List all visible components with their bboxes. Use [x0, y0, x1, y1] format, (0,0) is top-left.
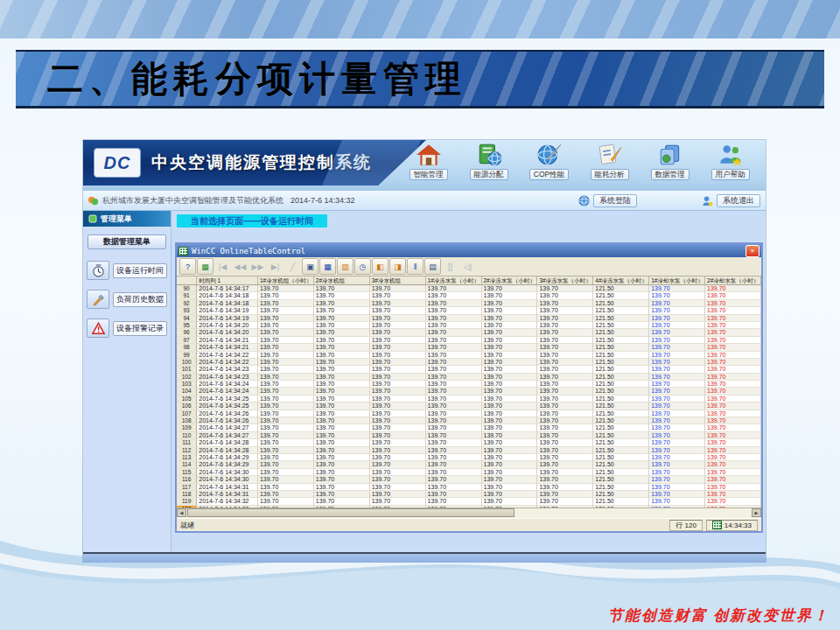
- table-row[interactable]: 1092014-7-6 14:34:27139.70139.70139.7013…: [177, 424, 761, 431]
- value-cell: 139.70: [258, 424, 314, 431]
- value-cell: 139.70: [482, 491, 538, 498]
- nav-energy-allocation[interactable]: 能源分配: [458, 143, 519, 180]
- table-row[interactable]: 982014-7-6 14:34:21139.70139.70139.70139…: [177, 344, 761, 351]
- value-cell: 139.70: [705, 432, 761, 439]
- app-footer: [83, 552, 766, 563]
- column-header[interactable]: 1#冷水机组（小时）: [258, 276, 314, 285]
- value-cell: 139.70: [649, 337, 705, 344]
- table-row[interactable]: 1122014-7-6 14:34:28139.70139.70139.7013…: [177, 447, 761, 454]
- timestamp-cell: 2014-7-6 14:34:30: [197, 469, 258, 476]
- print-icon[interactable]: ▤: [424, 258, 441, 275]
- table-row[interactable]: 1192014-7-6 14:34:32139.70139.70139.7013…: [177, 498, 761, 505]
- value-cell: 139.70: [482, 329, 538, 336]
- timestamp-cell: 2014-7-6 14:34:31: [197, 491, 258, 498]
- value-cell: 139.70: [314, 439, 370, 446]
- table-row[interactable]: 912014-7-6 14:34:18139.70139.70139.70139…: [177, 292, 761, 299]
- nav-data-management[interactable]: 数据管理: [640, 143, 700, 180]
- table-row[interactable]: 972014-7-6 14:34:21139.70139.70139.70139…: [177, 337, 761, 344]
- table-row[interactable]: 1012014-7-6 14:34:23139.70139.70139.7013…: [177, 366, 761, 373]
- value-cell: 139.70: [482, 344, 538, 351]
- table-row[interactable]: 962014-7-6 14:34:20139.70139.70139.70139…: [177, 329, 761, 336]
- nav-energy-analysis[interactable]: 能耗分析: [579, 143, 640, 180]
- value-cell: 139.70: [649, 359, 705, 366]
- table-row[interactable]: 1182014-7-6 14:34:31139.70139.70139.7013…: [177, 491, 761, 498]
- sidebar-header-label: 管理菜单: [101, 214, 132, 225]
- column-header[interactable]: 3#冷水机组: [370, 276, 426, 285]
- table-row[interactable]: 1172014-7-6 14:34:31139.70139.70139.7013…: [177, 484, 761, 491]
- logout-button[interactable]: 系统退出: [717, 194, 760, 207]
- table-row[interactable]: 1002014-7-6 14:34:22139.70139.70139.7013…: [177, 359, 761, 366]
- value-cell: 139.70: [258, 352, 314, 359]
- column-header[interactable]: 1#冷却水泵（小时）: [649, 276, 705, 285]
- table-row[interactable]: 952014-7-6 14:34:20139.70139.70139.70139…: [177, 322, 761, 329]
- close-icon[interactable]: ✕: [746, 245, 760, 257]
- value-cell: 139.70: [370, 447, 426, 454]
- table-row[interactable]: 1052014-7-6 14:34:25139.70139.70139.7013…: [177, 396, 761, 402]
- row-number: 104: [177, 388, 197, 395]
- value-cell: 139.70: [705, 454, 761, 461]
- column-header[interactable]: 2#冷冻水泵（小时）: [482, 276, 538, 285]
- export-in-icon[interactable]: ◧: [372, 258, 388, 275]
- value-cell: 139.70: [649, 381, 705, 388]
- login-button[interactable]: 系统登陆: [593, 194, 637, 207]
- table-row[interactable]: 932014-7-6 14:34:19139.70139.70139.70139…: [177, 307, 761, 314]
- table-row[interactable]: 1072014-7-6 14:34:26139.70139.70139.7013…: [177, 410, 761, 417]
- table-row[interactable]: 942014-7-6 14:34:19139.70139.70139.70139…: [177, 315, 761, 322]
- select-columns-icon: []: [442, 258, 458, 275]
- scroll-left-icon[interactable]: ◀: [177, 508, 186, 517]
- copy-icon[interactable]: ▣: [302, 258, 318, 275]
- column-header[interactable]: 3#冷冻水泵（小时）: [537, 276, 593, 285]
- timestamp-cell: 2014-7-6 14:34:30: [197, 476, 258, 483]
- properties-icon[interactable]: ▦: [197, 258, 214, 275]
- table-row[interactable]: 1142014-7-6 14:34:29139.70139.70139.7013…: [177, 461, 761, 468]
- value-cell: 139.70: [314, 396, 370, 402]
- table-row[interactable]: 1062014-7-6 14:34:25139.70139.70139.7013…: [177, 402, 761, 410]
- status-time: 14:34:33: [724, 521, 752, 530]
- help-icon[interactable]: ?: [179, 258, 196, 275]
- column-header[interactable]: 时间列 1: [197, 276, 258, 285]
- sidebar-menu-title[interactable]: 数据管理菜单: [88, 234, 166, 249]
- column-header[interactable]: 2#冷水机组: [314, 276, 370, 285]
- sidebar-item-alarm-log[interactable]: 设备报警记录: [87, 318, 167, 338]
- table-row[interactable]: 922014-7-6 14:34:18139.70139.70139.70139…: [177, 300, 761, 307]
- value-cell: 139.70: [370, 329, 426, 336]
- horizontal-scrollbar[interactable]: ◀ ▶: [177, 508, 761, 518]
- table-row[interactable]: 1152014-7-6 14:34:30139.70139.70139.7013…: [177, 469, 761, 476]
- column-header[interactable]: 4#冷冻水泵（小时）: [593, 276, 649, 285]
- pause-icon[interactable]: ‖: [407, 258, 424, 275]
- value-cell: 139.70: [537, 352, 593, 359]
- table-row[interactable]: 1162014-7-6 14:34:30139.70139.70139.7013…: [177, 476, 761, 483]
- stats-icon[interactable]: ▥: [337, 258, 354, 275]
- nav-last-icon: ▶|: [267, 258, 284, 275]
- row-number: 108: [177, 417, 197, 424]
- value-cell: 139.70: [370, 491, 426, 498]
- sidebar-item-load-history[interactable]: 负荷历史数据: [87, 290, 167, 309]
- table-row[interactable]: 1042014-7-6 14:34:24139.70139.70139.7013…: [177, 388, 761, 395]
- sidebar-item-runtime[interactable]: 设备运行时间: [87, 261, 167, 280]
- grid-view-icon[interactable]: ▦: [319, 258, 336, 275]
- value-cell: 139.70: [258, 410, 314, 417]
- table-row[interactable]: 1082014-7-6 14:34:26139.70139.70139.7013…: [177, 417, 761, 424]
- table-row[interactable]: 1022014-7-6 14:34:23139.70139.70139.7013…: [177, 374, 761, 381]
- scrollbar-thumb[interactable]: [187, 508, 514, 517]
- column-header[interactable]: 1#冷冻水泵（小时）: [426, 276, 482, 285]
- table-row[interactable]: 1132014-7-6 14:34:29139.70139.70139.7013…: [177, 454, 761, 461]
- nav-next-icon: ▶▶: [249, 258, 266, 275]
- scroll-right-icon[interactable]: ▶: [752, 508, 761, 517]
- data-table: 时间列 11#冷水机组（小时）2#冷水机组3#冷水机组1#冷冻水泵（小时）2#冷…: [177, 276, 761, 508]
- time-range-icon[interactable]: ◷: [354, 258, 371, 275]
- table-row[interactable]: 992014-7-6 14:34:22139.70139.70139.70139…: [177, 352, 761, 359]
- value-cell: 139.70: [537, 329, 593, 336]
- timestamp-cell: 2014-7-6 14:34:20: [197, 322, 258, 329]
- value-cell: 139.70: [314, 454, 370, 461]
- column-header[interactable]: 2#冷却水泵（小时）: [705, 276, 761, 285]
- export-out-icon[interactable]: ◨: [389, 258, 406, 275]
- table-row[interactable]: 902014-7-6 14:34:17139.70139.70139.70139…: [177, 285, 761, 292]
- nav-smart-management[interactable]: 智能管理: [398, 143, 458, 180]
- table-row[interactable]: 1102014-7-6 14:34:27139.70139.70139.7013…: [177, 432, 761, 439]
- nav-cop-performance[interactable]: COP性能: [519, 143, 579, 180]
- table-row[interactable]: 1032014-7-6 14:34:24139.70139.70139.7013…: [177, 381, 761, 388]
- row-number: 101: [177, 366, 197, 373]
- table-row[interactable]: 1112014-7-6 14:34:28139.70139.70139.7013…: [177, 439, 761, 446]
- nav-user-help[interactable]: 用户帮助: [700, 143, 760, 180]
